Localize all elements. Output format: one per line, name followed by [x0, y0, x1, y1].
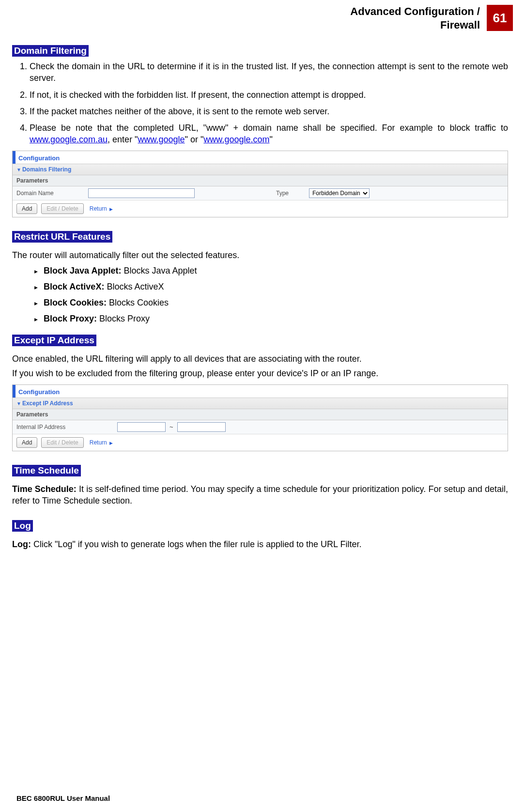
- type-label: Type: [276, 190, 305, 197]
- header-title: Advanced Configuration / Firewall: [350, 5, 480, 31]
- add-button[interactable]: Add: [16, 437, 37, 448]
- panel-row-domain: Domain Name Type Forbidden Domain: [13, 186, 508, 200]
- panel-header-text: Configuration: [18, 154, 60, 164]
- list-item: Please be note that the completed URL, "…: [30, 122, 508, 146]
- link-google-au[interactable]: www.google.com.au: [30, 135, 108, 144]
- panel-params-label: Parameters: [13, 175, 508, 186]
- time-schedule-body: Time Schedule: It is self-defined time p…: [12, 483, 508, 507]
- section-log: Log Log: Click "Log" if you wish to gene…: [12, 520, 508, 550]
- panel-params-label: Parameters: [13, 409, 508, 420]
- chevron-right-icon: ▶: [109, 207, 113, 212]
- add-button[interactable]: Add: [16, 203, 37, 214]
- list-item: Block Cookies: Blocks Cookies: [34, 298, 508, 308]
- list-item: Block Proxy: Blocks Proxy: [34, 314, 508, 324]
- section-title-log: Log: [12, 520, 33, 532]
- list-item: If the packet matches neither of the abo…: [30, 106, 508, 117]
- page-footer: BEC 6800RUL User Manual: [16, 794, 110, 802]
- return-link[interactable]: Return ▶: [90, 439, 113, 446]
- config-panel-except-ip: Configuration ▼Except IP Address Paramet…: [12, 384, 508, 451]
- panel-button-row: Add Edit / Delete Return ▶: [13, 434, 508, 451]
- chevron-down-icon: ▼: [16, 401, 21, 406]
- config-panel-domains-filtering: Configuration ▼Domains Filtering Paramet…: [12, 151, 508, 217]
- section-except-ip: Except IP Address Once enabled, the URL …: [12, 335, 508, 451]
- section-restrict-url: Restrict URL Features The router will au…: [12, 231, 508, 324]
- panel-row-ip: Internal IP Address ~: [13, 420, 508, 434]
- chevron-down-icon: ▼: [16, 167, 21, 172]
- accent-bar: [13, 151, 15, 164]
- list-item: Block ActiveX: Blocks ActiveX: [34, 282, 508, 292]
- ip-end-input[interactable]: [177, 422, 226, 432]
- header-title-line1: Advanced Configuration /: [350, 5, 480, 17]
- domain-name-input[interactable]: [88, 188, 195, 198]
- section-title-except-ip: Except IP Address: [12, 335, 96, 346]
- panel-button-row: Add Edit / Delete Return ▶: [13, 200, 508, 217]
- list-item: If not, it is checked with the forbidden…: [30, 89, 508, 101]
- section-time-schedule: Time Schedule Time Schedule: It is self-…: [12, 465, 508, 507]
- ip-range-tilde: ~: [170, 423, 173, 430]
- ip-start-input[interactable]: [117, 422, 166, 432]
- panel-header-text: Configuration: [18, 388, 60, 398]
- panel-subhead: ▼Except IP Address: [13, 398, 508, 409]
- panel-subhead: ▼Domains Filtering: [13, 164, 508, 175]
- header-title-line2: Firewall: [440, 19, 480, 31]
- section-title-domain-filtering: Domain Filtering: [12, 45, 89, 57]
- restrict-url-intro: The router will automatically filter out…: [12, 249, 508, 261]
- list-item: Block Java Applet: Blocks Java Applet: [34, 266, 508, 276]
- log-body: Log: Click "Log" if you wish to generate…: [12, 538, 508, 550]
- domain-name-label: Domain Name: [16, 190, 84, 197]
- type-select[interactable]: Forbidden Domain: [309, 188, 370, 198]
- return-link[interactable]: Return ▶: [90, 205, 113, 212]
- page-header: Advanced Configuration / Firewall 61: [12, 0, 513, 31]
- edit-delete-button[interactable]: Edit / Delete: [41, 437, 83, 448]
- list-item: Check the domain in the URL to determine…: [30, 61, 508, 84]
- except-ip-p2: If you wish to be excluded from the filt…: [12, 368, 508, 379]
- page-number-badge: 61: [487, 5, 513, 31]
- accent-bar: [13, 385, 15, 398]
- link-google[interactable]: www.google: [138, 135, 185, 144]
- panel-header: Configuration: [13, 151, 508, 164]
- section-title-restrict-url: Restrict URL Features: [12, 231, 112, 243]
- internal-ip-label: Internal IP Address: [16, 424, 113, 430]
- page-content: Domain Filtering Check the domain in the…: [12, 31, 513, 551]
- domain-filtering-list: Check the domain in the URL to determine…: [12, 61, 508, 146]
- edit-delete-button[interactable]: Edit / Delete: [41, 203, 83, 214]
- link-google-com[interactable]: www.google.com: [203, 135, 269, 144]
- chevron-right-icon: ▶: [109, 441, 113, 445]
- panel-header: Configuration: [13, 385, 508, 398]
- section-domain-filtering: Domain Filtering Check the domain in the…: [12, 45, 508, 217]
- section-title-time-schedule: Time Schedule: [12, 465, 81, 476]
- restrict-url-list: Block Java Applet: Blocks Java Applet Bl…: [12, 266, 508, 324]
- except-ip-p1: Once enabled, the URL filtering will app…: [12, 353, 508, 365]
